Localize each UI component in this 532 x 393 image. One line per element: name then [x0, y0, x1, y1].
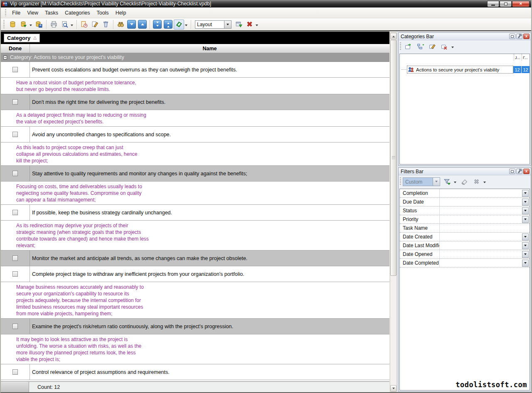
clear-filter-button[interactable]: [459, 177, 470, 186]
categories-column-1[interactable]: J...: [514, 54, 522, 61]
edit-task-button[interactable]: [90, 20, 100, 29]
double-up-icon: [167, 21, 170, 24]
filters-restore-button[interactable]: [509, 169, 515, 174]
category-group-row[interactable]: Category: Actions to secure your project…: [1, 53, 389, 62]
apply-filter-button[interactable]: [441, 177, 452, 186]
done-checkbox[interactable]: [12, 271, 18, 277]
task-name[interactable]: Stay attentive to quality requirements a…: [30, 166, 389, 181]
filter-dropdown-button[interactable]: [522, 190, 529, 197]
filters-pin-button[interactable]: [516, 169, 522, 174]
done-checkbox[interactable]: [12, 324, 18, 329]
menu-tasks[interactable]: Tasks: [42, 9, 62, 17]
filter-dropdown-button[interactable]: [522, 216, 529, 223]
notes-view-dropdown[interactable]: [185, 25, 187, 27]
menu-tools[interactable]: Tools: [93, 9, 112, 17]
minimize-button[interactable]: [487, 1, 499, 7]
toolbar-overflow-dropdown[interactable]: [256, 25, 258, 27]
category-total-count: 12: [522, 66, 530, 73]
filter-dropdown-button[interactable]: [522, 251, 529, 258]
edit-category-button[interactable]: [427, 42, 438, 51]
open-database-dropdown[interactable]: [30, 25, 32, 27]
filter-dropdown-button[interactable]: [522, 233, 529, 241]
move-down-button[interactable]: [127, 20, 136, 29]
open-database-button[interactable]: [18, 20, 29, 29]
move-up-button[interactable]: [138, 20, 147, 29]
task-name[interactable]: Examine the project's risk/return ratio …: [30, 319, 389, 334]
filter-dropdown-button[interactable]: [522, 199, 529, 206]
new-category-icon: [405, 43, 412, 50]
layout-manager-button[interactable]: [234, 20, 244, 29]
restore-button[interactable]: [500, 1, 512, 7]
find-button[interactable]: [116, 20, 126, 29]
categories-toolbar-dropdown[interactable]: [451, 47, 454, 49]
new-category-button[interactable]: [403, 42, 414, 51]
done-checkbox[interactable]: [12, 255, 18, 261]
print-button[interactable]: [49, 20, 59, 29]
filter-preset-select[interactable]: Custom: [403, 177, 440, 186]
vertical-scrollbar[interactable]: [390, 32, 397, 392]
filters-close-button[interactable]: x: [523, 169, 530, 174]
scrollbar-thumb[interactable]: [390, 40, 397, 276]
layout-manager-icon: [235, 21, 242, 28]
move-to-top-button[interactable]: [164, 20, 172, 29]
delete-task-button[interactable]: [101, 20, 111, 29]
filter-dropdown-button[interactable]: [522, 207, 529, 214]
note-line: unfolding. The worse a situation with ri…: [16, 343, 389, 349]
filters-bar-panel: Filters Bar x Custom CompletionDue DateS…: [398, 167, 531, 392]
layout-select[interactable]: Layout: [195, 20, 232, 29]
categories-column-2[interactable]: Г...: [522, 54, 530, 61]
delete-filter-button[interactable]: [471, 177, 482, 186]
print-preview-button[interactable]: [59, 20, 70, 29]
done-checkbox[interactable]: [12, 210, 18, 215]
new-subcategory-button[interactable]: [415, 42, 426, 51]
task-name[interactable]: Prevent costs escalations and budget ove…: [30, 62, 389, 77]
done-checkbox[interactable]: [12, 132, 18, 137]
categories-pin-button[interactable]: [516, 34, 522, 39]
done-checkbox[interactable]: [12, 369, 18, 375]
menu-view[interactable]: View: [24, 9, 42, 17]
task-name[interactable]: Complete project triage to withdraw any …: [30, 266, 389, 282]
move-to-bottom-button[interactable]: [153, 20, 162, 29]
done-checkbox[interactable]: [12, 171, 18, 176]
done-checkbox[interactable]: [12, 99, 18, 105]
menu-help[interactable]: Help: [112, 9, 130, 17]
notes-view-toggle[interactable]: [174, 20, 184, 29]
column-header-done[interactable]: Done: [1, 44, 30, 53]
layout-select-dropdown[interactable]: [224, 21, 231, 28]
menu-categories[interactable]: Categories: [62, 9, 93, 17]
save-database-button[interactable]: [34, 20, 44, 29]
delete-layout-button[interactable]: [244, 20, 255, 29]
filter-dropdown-button[interactable]: [522, 242, 529, 249]
filters-toolbar-dropdown[interactable]: [483, 182, 486, 184]
filter-row: Date Created: [400, 233, 530, 241]
task-name[interactable]: Control relevance of project assumptions…: [30, 364, 389, 380]
collapse-icon[interactable]: [3, 56, 7, 59]
done-checkbox[interactable]: [12, 67, 18, 72]
categories-restore-button[interactable]: [509, 34, 515, 39]
task-name[interactable]: If possible, keep the business strategy …: [30, 205, 389, 220]
apply-filter-dropdown[interactable]: [454, 182, 456, 184]
task-name[interactable]: Don't miss the right time for delivering…: [30, 94, 389, 110]
scroll-down-button[interactable]: [390, 385, 397, 392]
category-open-count: 12: [513, 66, 521, 73]
scroll-up-button[interactable]: [390, 33, 397, 39]
filter-row: Date Opened: [400, 250, 530, 259]
filter-dropdown-button[interactable]: [522, 260, 529, 267]
note-line: relevant;: [16, 242, 389, 249]
categories-close-button[interactable]: x: [523, 34, 530, 39]
menu-file[interactable]: File: [9, 9, 24, 17]
print-preview-dropdown[interactable]: [71, 25, 73, 27]
filter-preset-dropdown[interactable]: [433, 178, 440, 186]
new-task-button[interactable]: [79, 20, 89, 29]
close-button[interactable]: ✕: [512, 1, 530, 7]
new-database-button[interactable]: [7, 20, 18, 29]
category-selected-item[interactable]: Actions to secure your project's viabili…: [407, 66, 513, 74]
group-by-category-button[interactable]: Category △: [4, 34, 40, 42]
task-name[interactable]: Avoid any uncontrolled changes to specif…: [30, 127, 389, 142]
delete-category-button[interactable]: [439, 42, 450, 51]
task-name[interactable]: Monitor the market and anticipate all tr…: [30, 251, 389, 266]
category-row[interactable]: Actions to secure your project's viabili…: [401, 66, 530, 74]
restore-icon: [504, 2, 507, 5]
filter-label: Date Opened: [400, 250, 440, 258]
column-header-name[interactable]: Name: [30, 44, 389, 53]
